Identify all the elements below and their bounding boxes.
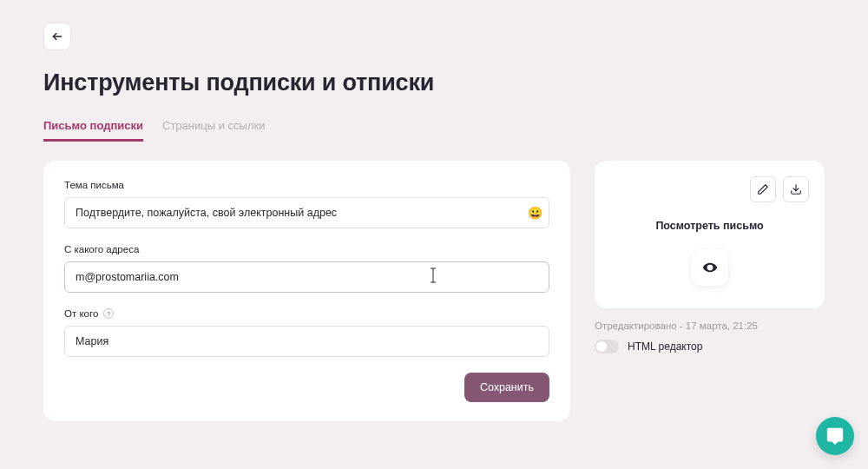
html-editor-toggle-label: HTML редактор xyxy=(628,340,702,353)
subject-input[interactable] xyxy=(64,197,549,228)
emoji-picker-button[interactable]: 😀 xyxy=(528,206,542,220)
download-icon xyxy=(790,183,802,195)
subject-label: Тема письма xyxy=(64,180,549,190)
eye-icon xyxy=(702,260,718,275)
preview-title: Посмотреть письмо xyxy=(610,220,809,232)
tab-subscription-letter[interactable]: Письмо подписки xyxy=(43,119,143,142)
form-card: Тема письма 😀 С какого адреса От кого xyxy=(43,161,570,421)
html-editor-toggle[interactable] xyxy=(595,340,619,353)
pencil-icon xyxy=(757,183,769,195)
arrow-left-icon xyxy=(51,30,63,43)
save-button[interactable]: Сохранить xyxy=(464,373,549,402)
chat-icon xyxy=(825,426,845,446)
info-icon[interactable]: ? xyxy=(103,308,114,319)
from-name-label: От кого ? xyxy=(64,308,549,319)
preview-card: Посмотреть письмо xyxy=(595,161,825,308)
edit-button[interactable] xyxy=(750,176,776,202)
chat-support-button[interactable] xyxy=(816,417,854,455)
back-button[interactable] xyxy=(43,23,71,50)
tab-pages-and-links[interactable]: Страницы и ссылки xyxy=(162,119,265,142)
tabs: Письмо подписки Страницы и ссылки xyxy=(43,119,825,142)
from-address-label: С какого адреса xyxy=(64,244,549,254)
edited-timestamp: Отредактировано - 17 марта, 21:25 xyxy=(595,320,825,331)
page-title: Инструменты подписки и отписки xyxy=(43,69,825,96)
from-name-input[interactable] xyxy=(64,326,549,357)
from-address-input[interactable] xyxy=(64,261,549,293)
preview-open-button[interactable] xyxy=(692,249,728,286)
download-button[interactable] xyxy=(783,176,809,202)
svg-point-2 xyxy=(708,266,711,268)
